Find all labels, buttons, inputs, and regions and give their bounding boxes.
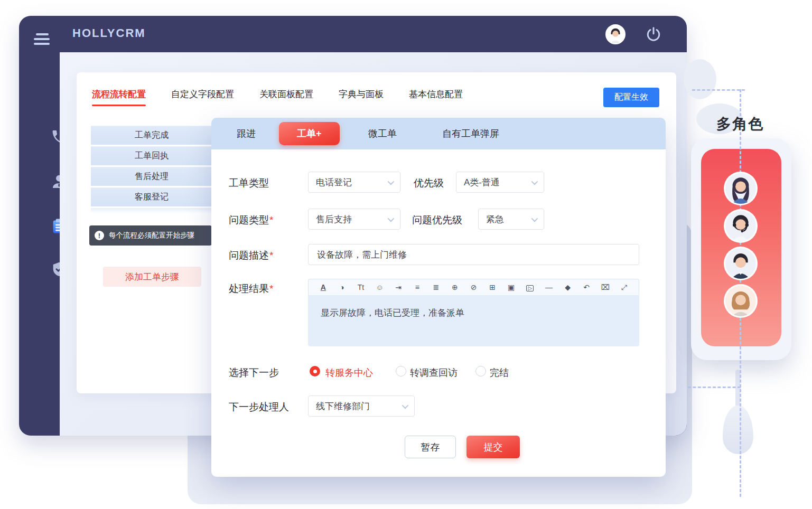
issue-type-select[interactable]: 售后支持 bbox=[308, 209, 400, 230]
chevron-down-icon bbox=[388, 215, 395, 222]
issue-priority-select[interactable]: 紧急 bbox=[478, 209, 544, 230]
notice-text: 每个流程必须配置开始步骤 bbox=[109, 231, 194, 240]
radio-complete[interactable] bbox=[475, 366, 486, 376]
priority-select[interactable]: A类-普通 bbox=[456, 172, 544, 193]
avatar-face bbox=[725, 173, 756, 204]
delete-icon[interactable]: ⌧ bbox=[596, 284, 615, 291]
editor-content[interactable]: 显示屏故障，电话已受理，准备派单 bbox=[308, 295, 639, 346]
notice-tooltip: ! 每个流程必须配置开始步骤 bbox=[89, 225, 212, 246]
next-handler-label: 下一步处理人 bbox=[229, 400, 289, 414]
next-handler-value: 线下维修部门 bbox=[316, 400, 370, 412]
workflow-step-register[interactable]: 客服登记 bbox=[91, 187, 212, 206]
tab-process-flow[interactable]: 流程流转配置 bbox=[92, 88, 146, 100]
dashed-line-top bbox=[692, 89, 745, 91]
avatar-face bbox=[725, 286, 756, 316]
screen: 多角色 bbox=[0, 0, 812, 509]
palette-icon[interactable]: ◑ bbox=[333, 284, 352, 291]
workflow-step-receipt[interactable]: 工单回执 bbox=[91, 146, 212, 165]
modal-tab-popup[interactable]: 自有工单弹屏 bbox=[442, 118, 499, 149]
chevron-down-icon bbox=[531, 215, 538, 222]
dashed-line-bottom bbox=[688, 387, 741, 388]
chevron-down-icon bbox=[388, 178, 395, 185]
modal-tabbar: 跟进 工单+ 微工单 自有工单弹屏 bbox=[211, 118, 666, 149]
issue-type-label: 问题类型* bbox=[229, 213, 273, 227]
required-mark: * bbox=[269, 283, 273, 294]
issue-priority-label: 问题优先级 bbox=[412, 213, 462, 227]
emoji-icon[interactable]: ☺ bbox=[370, 284, 389, 291]
result-label: 处理结果* bbox=[229, 282, 273, 296]
modal-tab-microorder[interactable]: 微工单 bbox=[368, 118, 397, 149]
tab-basic-info[interactable]: 基本信息配置 bbox=[409, 88, 463, 100]
avatar-agent-3[interactable] bbox=[724, 247, 758, 280]
config-tabs: 流程流转配置 自定义字段配置 关联面板配置 字典与面板 基本信息配置 bbox=[92, 86, 488, 102]
next-step-label: 选择下一步 bbox=[229, 366, 279, 380]
list-icon[interactable]: ≣ bbox=[427, 284, 446, 291]
chevron-down-icon bbox=[402, 402, 409, 409]
issue-desc-input[interactable] bbox=[308, 244, 639, 265]
issue-priority-value: 紧急 bbox=[486, 213, 504, 225]
menu-hamburger-icon[interactable] bbox=[34, 33, 50, 46]
divider-icon[interactable]: — bbox=[539, 284, 558, 291]
workflow-step-finish[interactable]: 工单完成 bbox=[91, 126, 212, 145]
avatar-face bbox=[725, 211, 756, 241]
next-handler-select[interactable]: 线下维修部门 bbox=[308, 395, 415, 417]
submit-button[interactable]: 提交 bbox=[466, 436, 520, 458]
user-avatar[interactable] bbox=[605, 24, 626, 44]
required-mark: * bbox=[269, 250, 273, 261]
avatar-agent-2[interactable] bbox=[724, 209, 758, 243]
logout-power-icon[interactable] bbox=[646, 26, 661, 42]
workorder-modal: 跟进 工单+ 微工单 自有工单弹屏 工单类型 电话登记 优先级 A类-普通 问题… bbox=[211, 118, 666, 477]
avatar-agent-1[interactable] bbox=[724, 172, 758, 205]
brand-logo: HOLLYCRM bbox=[72, 26, 146, 40]
table-icon[interactable]: ⊞ bbox=[483, 284, 502, 291]
add-link-icon[interactable]: ⊕ bbox=[445, 284, 464, 291]
priority-value: A类-普通 bbox=[464, 176, 500, 188]
font-size-icon[interactable]: Tt bbox=[351, 284, 370, 291]
tab-custom-fields[interactable]: 自定义字段配置 bbox=[171, 88, 234, 100]
avatar-agent-4[interactable] bbox=[724, 284, 758, 318]
exclamation-icon: ! bbox=[95, 231, 104, 240]
list-fade bbox=[91, 208, 212, 213]
issue-type-value: 售后支持 bbox=[316, 213, 352, 225]
ticket-type-label: 工单类型 bbox=[229, 176, 269, 190]
editor-toolbar: A ◑ Tt ☺ ⇥ ≡ ≣ ⊕ ⊘ ⊞ ▣ ▷ — ◆ ↶ ⌧ ⤢ bbox=[308, 279, 639, 295]
radio-service-center[interactable] bbox=[310, 366, 320, 376]
save-draft-button[interactable]: 暂存 bbox=[405, 436, 456, 458]
undo-icon[interactable]: ↶ bbox=[577, 284, 596, 291]
roles-caption: 多角色 bbox=[716, 114, 764, 134]
radio-survey-callback[interactable] bbox=[396, 366, 406, 376]
image-icon[interactable]: ▣ bbox=[502, 284, 521, 291]
indent-icon[interactable]: ⇥ bbox=[389, 284, 408, 291]
eraser-icon[interactable]: ◆ bbox=[558, 284, 577, 291]
workflow-step-aftersale[interactable]: 售后处理 bbox=[91, 167, 212, 186]
video-icon[interactable]: ▷ bbox=[521, 284, 540, 291]
radio-complete-label[interactable]: 完结 bbox=[490, 366, 509, 379]
tab-linked-panel[interactable]: 关联面板配置 bbox=[259, 88, 313, 100]
avatar-face bbox=[606, 25, 624, 43]
decor-droplet bbox=[723, 406, 753, 454]
chevron-down-icon bbox=[531, 178, 538, 185]
fullscreen-icon[interactable]: ⤢ bbox=[615, 284, 634, 291]
avatar-face bbox=[725, 248, 756, 279]
remove-link-icon[interactable]: ⊘ bbox=[464, 284, 483, 291]
add-step-button[interactable]: 添加工单步骤 bbox=[103, 267, 201, 287]
font-style-icon[interactable]: A bbox=[314, 284, 333, 291]
modal-tab-workorder[interactable]: 工单+ bbox=[279, 122, 340, 145]
radio-survey-callback-label[interactable]: 转调查回访 bbox=[410, 366, 458, 379]
workflow-step-list: 工单完成 工单回执 售后处理 客服登记 bbox=[91, 126, 212, 208]
radio-service-center-label[interactable]: 转服务中心 bbox=[325, 366, 373, 379]
priority-label: 优先级 bbox=[414, 176, 444, 190]
ticket-type-value: 电话登记 bbox=[316, 176, 352, 188]
align-icon[interactable]: ≡ bbox=[408, 284, 427, 291]
modal-tab-followup[interactable]: 跟进 bbox=[237, 118, 256, 149]
issue-desc-label: 问题描述* bbox=[229, 249, 273, 262]
apply-config-button[interactable]: 配置生效 bbox=[603, 88, 659, 107]
required-mark: * bbox=[269, 214, 273, 225]
ticket-type-select[interactable]: 电话登记 bbox=[308, 172, 400, 193]
decor-blob bbox=[684, 59, 716, 99]
tab-dictionary-panel[interactable]: 字典与面板 bbox=[339, 88, 384, 100]
